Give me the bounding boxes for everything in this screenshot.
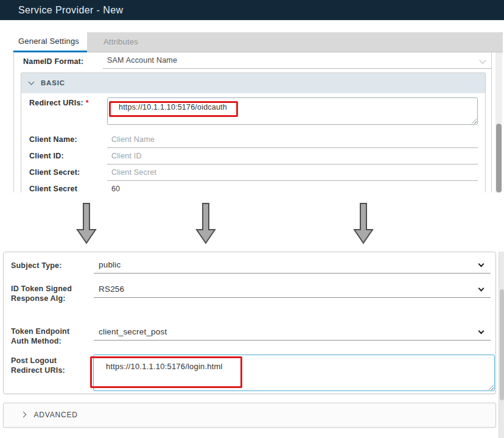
redirect-uris-field-wrap: https://10.1.1.10:5176/oidcauth: [107, 97, 478, 125]
screenshot-root: Service Provider - New General Settings …: [0, 0, 504, 438]
chevron-down-icon: [29, 79, 35, 85]
basic-section: BASIC Redirect URIs: * https://10.1.1.10…: [21, 72, 486, 193]
tab-attributes-label: Attributes: [103, 37, 138, 46]
scrollbar-track: [495, 52, 502, 193]
basic-section-title: BASIC: [41, 79, 65, 87]
nameid-format-value: SAM Account Name: [103, 52, 491, 69]
general-settings-panel: NameID Format: SAM Account Name BASIC Re…: [13, 52, 492, 193]
client-name-label: Client Name:: [29, 135, 77, 144]
client-secret-expiry-label: Client Secret: [29, 185, 77, 193]
chevron-right-icon: [21, 412, 27, 418]
post-logout-field-wrap: https://10.1.1.10:5176/login.html: [93, 355, 495, 391]
required-asterisk: *: [86, 99, 89, 107]
client-name-input[interactable]: [107, 131, 478, 148]
client-secret-expiry-input[interactable]: 60: [111, 185, 120, 193]
redirect-uris-label: Redirect URIs: *: [29, 99, 89, 107]
subject-type-select[interactable]: public: [94, 256, 491, 274]
subject-type-label: Subject Type:: [11, 261, 62, 270]
down-arrow-annotation: [75, 202, 97, 245]
post-logout-textarea[interactable]: https://10.1.1.10:5176/login.html: [93, 355, 495, 391]
scrollbar-track: [499, 252, 504, 438]
id-token-alg-value: RS256: [94, 281, 491, 298]
token-endpoint-label: Token Endpoint Auth Method:: [11, 327, 79, 346]
oidc-settings-panel: Subject Type: public ID Token Signed Res…: [3, 252, 496, 394]
down-arrow-annotation: [195, 202, 217, 245]
post-logout-label: Post Logout Redirect URIs:: [11, 356, 72, 375]
client-secret-input[interactable]: [107, 164, 478, 181]
advanced-section-header[interactable]: ADVANCED: [3, 403, 496, 428]
token-endpoint-select[interactable]: client_secret_post: [94, 323, 491, 341]
tab-general-settings[interactable]: General Settings: [13, 32, 87, 52]
tab-attributes[interactable]: Attributes: [103, 32, 138, 52]
tab-bar: [87, 32, 503, 52]
nameid-format-label: NameID Format:: [23, 57, 83, 66]
scrollbar-thumb[interactable]: [500, 289, 504, 400]
client-id-label: Client ID:: [29, 152, 64, 160]
basic-section-header[interactable]: BASIC: [21, 73, 485, 93]
client-secret-label: Client Secret:: [29, 168, 80, 177]
client-id-input[interactable]: [107, 147, 478, 164]
id-token-alg-label: ID Token Signed Response Alg:: [11, 284, 72, 303]
nameid-format-select[interactable]: SAM Account Name: [103, 52, 491, 69]
subject-type-value: public: [94, 256, 491, 274]
id-token-alg-select[interactable]: RS256: [94, 281, 491, 298]
page-title: Service Provider - New: [18, 5, 123, 15]
advanced-section-title: ADVANCED: [33, 411, 77, 419]
down-arrow-annotation: [352, 202, 374, 245]
redirect-uris-textarea[interactable]: https://10.1.1.10:5176/oidcauth: [107, 97, 478, 125]
tab-general-settings-label: General Settings: [18, 37, 79, 46]
scrollbar-thumb[interactable]: [496, 124, 502, 193]
window-title-bar: Service Provider - New: [0, 0, 504, 20]
token-endpoint-value: client_secret_post: [94, 323, 491, 341]
